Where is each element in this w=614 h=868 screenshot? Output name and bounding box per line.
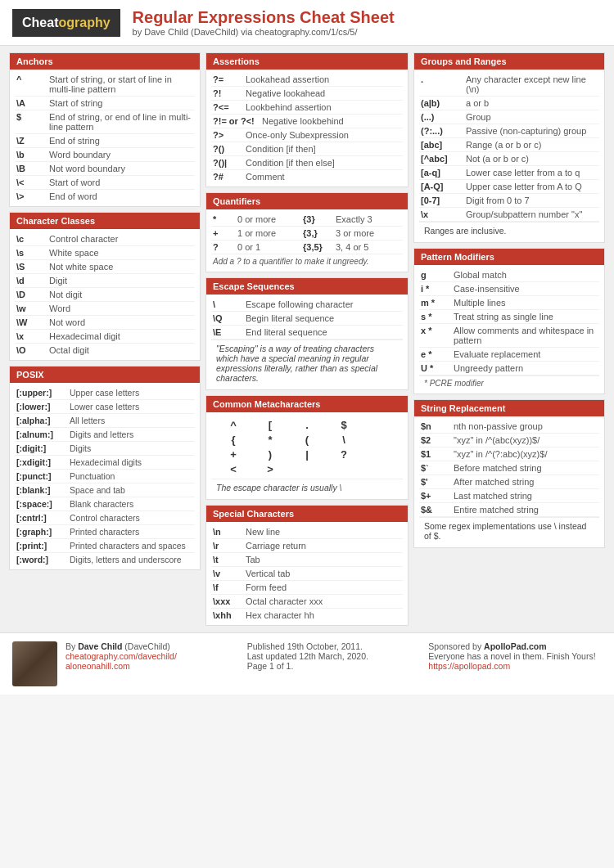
footer-sponsor-link[interactable]: https://apollopad.com bbox=[428, 661, 510, 671]
character-classes-header: Character Classes bbox=[10, 213, 200, 229]
table-row: ?()Condition [if then] bbox=[211, 142, 403, 156]
table-row: \B Not word boundary bbox=[15, 162, 195, 176]
assertions-body: ?=Lookahead assertion ?!Negative lookahe… bbox=[206, 70, 408, 187]
pm-val: Treat string as single line bbox=[454, 312, 598, 322]
quant-key: + bbox=[213, 228, 237, 238]
avatar-image bbox=[12, 641, 57, 686]
string-replacement-body: $nnth non-passive group $2"xyz" in /^(ab… bbox=[414, 416, 604, 547]
gr-key: . bbox=[421, 74, 466, 84]
gr-val: Group/subpattern number "x" bbox=[466, 209, 598, 219]
sc-val: Octal character xxx bbox=[246, 596, 401, 606]
table-row: \DNot digit bbox=[15, 288, 195, 302]
assertions-header: Assertions bbox=[206, 53, 408, 70]
posix-val: Lower case letters bbox=[70, 402, 139, 412]
gr-val: Any character except new line (\n) bbox=[466, 74, 598, 94]
anchors-body: ^ Start of string, or start of line in m… bbox=[10, 70, 200, 206]
posix-key: [:word:] bbox=[16, 555, 70, 564]
sc-val: New line bbox=[246, 527, 401, 537]
table-row: [:upper:]Upper case letters bbox=[15, 386, 195, 400]
quantifiers-header: Quantifiers bbox=[206, 193, 408, 209]
anchor-key: \b bbox=[16, 150, 49, 160]
gr-key: [^abc] bbox=[421, 154, 466, 164]
quant-val2: Exactly 3 bbox=[336, 214, 401, 224]
table-row: $`Before matched string bbox=[419, 461, 599, 475]
sr-val: Entire matched string bbox=[454, 505, 598, 515]
escape-sequences-body: \Escape following character \QBegin lite… bbox=[206, 295, 408, 389]
table-row: m *Multiple lines bbox=[419, 296, 599, 310]
cc-key: \O bbox=[16, 345, 49, 355]
footer-link-cheatography[interactable]: cheatography.com/davechild/ bbox=[65, 651, 177, 661]
page-subtitle: by Dave Child (DaveChild) via cheatograp… bbox=[133, 27, 395, 37]
pm-key: U * bbox=[421, 363, 454, 373]
page-header: Cheatography Regular Expressions Cheat S… bbox=[0, 0, 614, 46]
meta-char: ) bbox=[253, 448, 287, 461]
pm-val: Allow comments and whitespace in pattern bbox=[454, 326, 598, 345]
author-avatar bbox=[12, 641, 57, 686]
pattern-modifiers-section: Pattern Modifiers gGlobal match i *Case-… bbox=[413, 248, 605, 394]
table-row: \OOctal digit bbox=[15, 344, 195, 357]
assert-val: Negative lookbehind bbox=[262, 116, 401, 126]
table-row: \WNot word bbox=[15, 316, 195, 330]
meta-char: < bbox=[216, 463, 251, 475]
table-row: [^abc]Not (a or b or c) bbox=[419, 152, 599, 166]
table-row: \wWord bbox=[15, 302, 195, 316]
page-footer: By Dave Child (DaveChild) cheatography.c… bbox=[0, 632, 614, 695]
table-row: [:punct:]Punctuation bbox=[15, 470, 195, 483]
sc-key: \r bbox=[213, 541, 246, 551]
meta-char: * bbox=[253, 434, 287, 446]
posix-key: [:blank:] bbox=[16, 485, 70, 495]
quant-key2: {3,5} bbox=[303, 242, 336, 252]
footer-link-aloneonahill[interactable]: aloneonahill.com bbox=[65, 661, 130, 671]
character-classes-body: \cControl character \sWhite space \SNot … bbox=[10, 229, 200, 360]
pm-val: Multiple lines bbox=[454, 298, 598, 308]
anchor-val: Start of word bbox=[49, 178, 193, 187]
assert-val: Condition [if then] bbox=[246, 144, 401, 154]
pm-key: s * bbox=[421, 312, 454, 322]
pm-key: m * bbox=[421, 298, 454, 308]
esc-val: End literal sequence bbox=[246, 327, 401, 337]
quant-key2: {3,} bbox=[303, 228, 336, 238]
posix-key: [:xdigit:] bbox=[16, 457, 70, 467]
column-1: Anchors ^ Start of string, or start of l… bbox=[7, 52, 203, 626]
cc-key: \W bbox=[16, 317, 49, 327]
posix-val: Space and tab bbox=[70, 485, 125, 495]
sc-key: \v bbox=[213, 569, 246, 578]
gr-val: a or b bbox=[466, 98, 598, 108]
assert-key: ?() bbox=[213, 144, 246, 154]
table-row: [:alpha:]All letters bbox=[15, 414, 195, 428]
metachar-grid: ^ [ . $ { * ( \ + ) | ? < > bbox=[211, 416, 403, 479]
sc-val: Carriage return bbox=[246, 541, 401, 551]
meta-char bbox=[363, 419, 398, 431]
anchor-key: $ bbox=[16, 112, 49, 122]
footer-sponsor-text: Sponsored by ApolloPad.com bbox=[428, 641, 602, 651]
cc-val: Octal digit bbox=[49, 345, 193, 355]
table-row: \dDigit bbox=[15, 274, 195, 288]
pm-key: e * bbox=[421, 349, 454, 359]
table-row: ?<=Lookbehind assertion bbox=[211, 101, 403, 115]
quant-key2: {3} bbox=[303, 214, 336, 224]
meta-char: $ bbox=[327, 419, 361, 431]
anchor-val: Not word boundary bbox=[49, 164, 193, 173]
header-text: Regular Expressions Cheat Sheet by Dave … bbox=[133, 8, 395, 37]
cc-val: Not digit bbox=[49, 290, 193, 299]
posix-body: [:upper:]Upper case letters [:lower:]Low… bbox=[10, 383, 200, 569]
gr-key: [abc] bbox=[421, 140, 466, 150]
sr-key: $n bbox=[421, 421, 454, 431]
assert-key: ?()| bbox=[213, 158, 246, 168]
footer-page: Page 1 of 1. bbox=[247, 661, 421, 671]
main-content: Anchors ^ Start of string, or start of l… bbox=[0, 46, 614, 632]
sc-val: Hex character hh bbox=[246, 610, 401, 620]
sr-key: $1 bbox=[421, 449, 454, 459]
table-row: \sWhite space bbox=[15, 246, 195, 260]
table-row: \xxxOctal character xxx bbox=[211, 595, 403, 609]
anchor-val: End of string, or end of line in multi-l… bbox=[49, 112, 193, 132]
table-row: [a-q]Lower case letter from a to q bbox=[419, 166, 599, 180]
meta-char: { bbox=[216, 434, 251, 446]
table-row: \xHexadecimal digit bbox=[15, 330, 195, 344]
meta-char: | bbox=[290, 448, 324, 461]
quantifiers-note: Add a ? to a quantifier to make it ungre… bbox=[211, 254, 403, 268]
table-row: [:xdigit:]Hexadecimal digits bbox=[15, 456, 195, 470]
assert-key: ?<= bbox=[213, 102, 246, 112]
anchor-key: ^ bbox=[16, 74, 49, 84]
pm-val: Case-insensitive bbox=[454, 284, 598, 294]
